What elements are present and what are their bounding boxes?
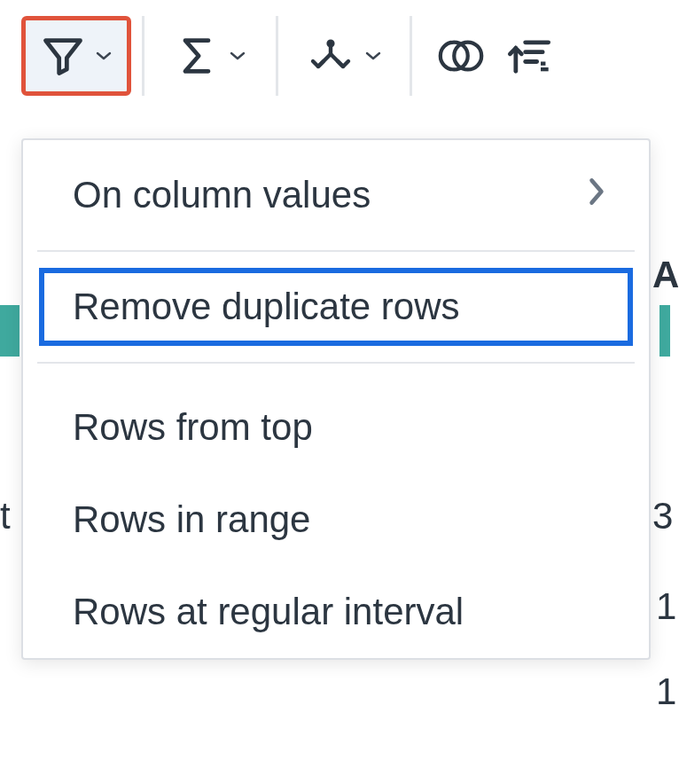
chevron-down-icon: [364, 51, 382, 61]
toolbar-separator: [410, 16, 412, 96]
split-dropdown-button[interactable]: [289, 16, 399, 96]
menu-item-remove-duplicate-rows[interactable]: Remove duplicate rows: [23, 252, 649, 362]
menu-item-on-column-values[interactable]: On column values: [23, 140, 649, 250]
svg-rect-7: [541, 62, 545, 66]
bg-text: A: [652, 254, 679, 296]
bg-strip: [0, 305, 20, 357]
toolbar: [0, 0, 679, 112]
bg-text: 1: [656, 670, 676, 713]
split-icon: [306, 31, 355, 81]
menu-item-label: Remove duplicate rows: [73, 286, 460, 328]
svg-rect-6: [541, 67, 549, 71]
bg-text: t: [0, 495, 11, 537]
chevron-down-icon: [229, 51, 246, 61]
bg-text: 1: [656, 585, 676, 628]
toolbar-separator: [276, 16, 278, 96]
summarize-dropdown-button[interactable]: [155, 16, 265, 96]
sigma-icon: [174, 33, 220, 79]
filter-icon: [40, 33, 86, 79]
bg-strip: [670, 305, 679, 357]
sort-icon: [506, 33, 552, 79]
filter-dropdown-button[interactable]: [21, 16, 131, 96]
menu-item-rows-from-top[interactable]: Rows from top: [23, 364, 649, 474]
menu-item-label: On column values: [73, 174, 371, 216]
menu-item-label: Rows at regular interval: [73, 591, 464, 633]
filter-dropdown-menu: On column values Remove duplicate rows R…: [21, 138, 651, 660]
join-sort-button-group[interactable]: [423, 16, 565, 96]
chevron-right-icon: [587, 174, 606, 216]
bg-text: 3: [652, 495, 673, 537]
menu-item-rows-at-regular-interval[interactable]: Rows at regular interval: [23, 566, 649, 658]
menu-item-rows-in-range[interactable]: Rows in range: [23, 474, 649, 566]
join-icon: [435, 33, 487, 79]
toolbar-separator: [142, 16, 144, 96]
chevron-down-icon: [95, 51, 113, 61]
menu-item-label: Rows from top: [73, 406, 313, 449]
menu-item-label: Rows in range: [73, 498, 310, 541]
